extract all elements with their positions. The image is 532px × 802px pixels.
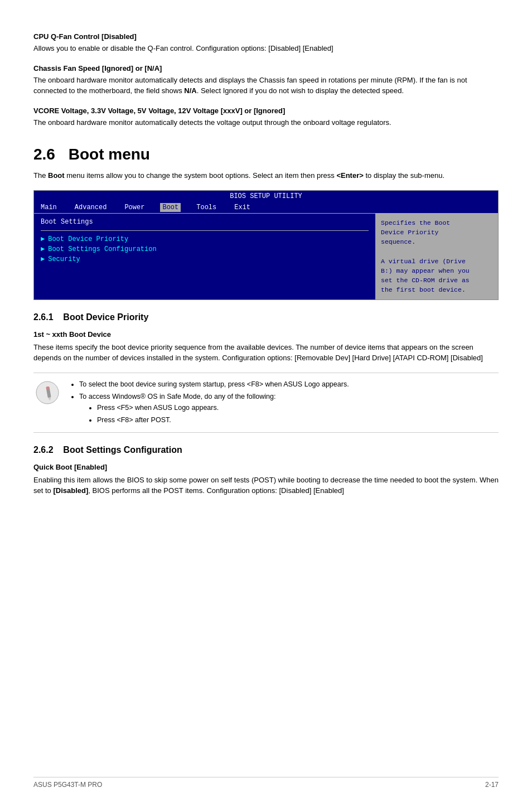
boot-device-priority-section: 2.6.1 Boot Device Priority 1st ~ xxth Bo…	[33, 312, 499, 364]
arrow-icon: ►	[41, 245, 45, 253]
bios-nav-tools[interactable]: Tools	[194, 203, 219, 212]
bios-setup-box: BIOS SETUP UTILITY Main Advanced Power B…	[33, 190, 499, 300]
boot-menu-intro: The Boot menu items allow you to change …	[33, 170, 499, 181]
boot-menu-chapter: 2.6 Boot menu The Boot menu items allow …	[33, 146, 499, 181]
bios-nav-boot[interactable]: Boot	[160, 203, 181, 212]
first-xxth-heading: 1st ~ xxth Boot Device	[33, 330, 499, 339]
bios-menu-item-label: Security	[48, 255, 80, 263]
intro-post: to display the sub-menu.	[364, 171, 444, 180]
footer-right: 2-17	[485, 781, 499, 789]
arrow-icon: ►	[41, 235, 45, 243]
bios-section-label: Boot Settings	[41, 218, 369, 226]
bios-nav-main[interactable]: Main	[38, 203, 59, 212]
bios-menu-item-label: Boot Settings Configuration	[48, 245, 156, 253]
bios-help-text: Specifies the BootDevice Prioritysequenc…	[381, 219, 470, 294]
cpu-qfan-body: Allows you to enable or disable the Q-Fa…	[33, 43, 499, 54]
vcore-heading: VCORE Voltage, 3.3V Voltage, 5V Voltage,…	[33, 107, 499, 115]
tip-box: To select the boot device suring system …	[33, 373, 499, 433]
tip-sub-item-1: Press <F5> when ASUS Logo appears.	[97, 402, 499, 413]
chapter-number: 2.6	[33, 146, 55, 163]
tip-sub-list: Press <F5> when ASUS Logo appears. Press…	[97, 402, 499, 426]
pencil-icon	[36, 381, 59, 404]
bios-nav-power[interactable]: Power	[122, 203, 147, 212]
boot-device-priority-heading: 2.6.1 Boot Device Priority	[33, 312, 499, 322]
tip-item-2: To access Windows® OS in Safe Mode, do a…	[79, 391, 499, 426]
chassis-fan-body: The onboard hardware monitor automatical…	[33, 75, 499, 96]
bios-menu-item-label: Boot Device Priority	[48, 235, 128, 243]
vcore-section: VCORE Voltage, 3.3V Voltage, 5V Voltage,…	[33, 107, 499, 128]
tip-sub-item-2: Press <F8> after POST.	[97, 414, 499, 426]
chassis-fan-section: Chassis Fan Speed [Ignored] or [N/A] The…	[33, 64, 499, 96]
cpu-qfan-section: CPU Q-Fan Control [Disabled] Allows you …	[33, 32, 499, 54]
chassis-fan-heading: Chassis Fan Speed [Ignored] or [N/A]	[33, 64, 499, 73]
vcore-body: The onboard hardware monitor automatical…	[33, 117, 499, 128]
bios-menu-security[interactable]: ► Security	[41, 255, 369, 263]
quick-boot-text2: , BIOS performs all the POST items. Conf…	[88, 486, 344, 495]
chassis-fan-text2: . Select Ignored if you do not wish to d…	[197, 86, 404, 95]
bios-right-panel: Specifies the BootDevice Prioritysequenc…	[375, 214, 498, 299]
boot-settings-config-section: 2.6.2 Boot Settings Configuration Quick …	[33, 445, 499, 496]
bios-left-panel: Boot Settings ► Boot Device Priority ► B…	[34, 214, 375, 299]
tip-text-1: To select the boot device suring system …	[79, 380, 349, 388]
quick-boot-disabled: [Disabled]	[53, 486, 88, 495]
tip-icon	[33, 379, 61, 404]
section-number: 2.6.2 Boot Settings Configuration	[33, 445, 182, 455]
bios-menu-boot-device-priority[interactable]: ► Boot Device Priority	[41, 235, 369, 243]
page-footer: ASUS P5G43T-M PRO 2-17	[33, 777, 499, 789]
chapter-heading: 2.6 Boot menu	[33, 146, 499, 163]
tip-content: To select the boot device suring system …	[70, 379, 499, 427]
boot-settings-config-heading: 2.6.2 Boot Settings Configuration	[33, 445, 499, 455]
bios-body: Boot Settings ► Boot Device Priority ► B…	[34, 214, 498, 299]
tip-item-1: To select the boot device suring system …	[79, 379, 499, 390]
quick-boot-heading: Quick Boot [Enabled]	[33, 463, 499, 471]
bios-title: BIOS SETUP UTILITY	[34, 191, 498, 202]
chassis-fan-na: N/A	[184, 86, 196, 95]
bios-nav-advanced[interactable]: Advanced	[72, 203, 109, 212]
chapter-title: Boot menu	[69, 146, 150, 163]
intro-mid: menu items allow you to change the syste…	[65, 171, 337, 180]
bios-menu-boot-settings-config[interactable]: ► Boot Settings Configuration	[41, 245, 369, 253]
bios-nav-bar: Main Advanced Power Boot Tools Exit	[34, 202, 498, 214]
tip-text-2: To access Windows® OS in Safe Mode, do a…	[79, 393, 275, 400]
quick-boot-body: Enabling this item allows the BIOS to sk…	[33, 475, 499, 496]
boot-device-priority-body: These items specify the boot device prio…	[33, 342, 499, 364]
cpu-qfan-heading: CPU Q-Fan Control [Disabled]	[33, 32, 499, 41]
intro-enter: <Enter>	[336, 171, 363, 180]
section-number: 2.6.1 Boot Device Priority	[33, 312, 148, 322]
bios-nav-exit[interactable]: Exit	[232, 203, 253, 212]
arrow-icon: ►	[41, 255, 45, 263]
intro-bold: Boot	[48, 171, 65, 180]
intro-pre: The	[33, 171, 48, 180]
footer-left: ASUS P5G43T-M PRO	[33, 781, 102, 789]
